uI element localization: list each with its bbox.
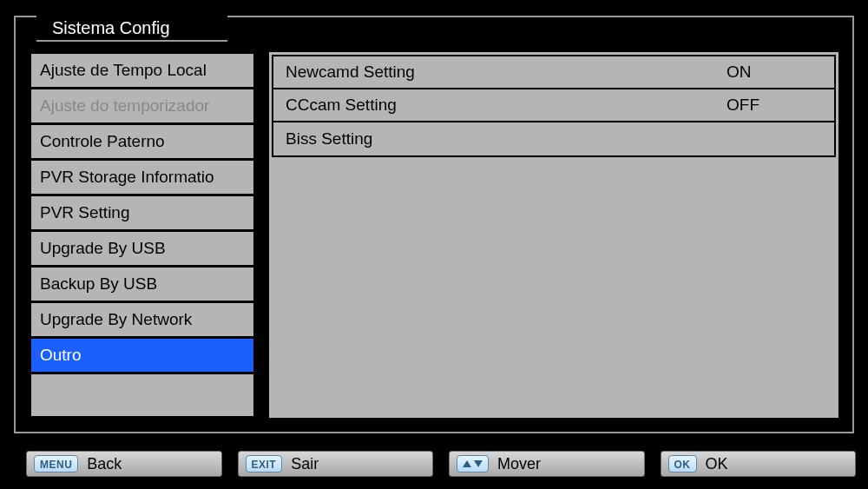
footer-move-button[interactable]: Mover [449,451,645,477]
footer-exit-button[interactable]: EXIT Sair [238,451,434,477]
sidebar-item-label: Backup By USB [40,274,157,294]
sidebar-item-label: Upgrade By USB [40,239,166,258]
sidebar-item-local-time[interactable]: Ajuste de Tempo Local [31,54,253,89]
sidebar-item-label: PVR Storage Informatio [40,168,214,187]
config-window: Sistema Config Ajuste de Tempo Local Aju… [14,16,854,433]
footer-bar: MENU Back EXIT Sair Mover OK OK [26,451,856,479]
sidebar-menu: Ajuste de Tempo Local Ajuste do temporiz… [30,52,255,418]
footer-exit-label: Sair [291,455,319,473]
settings-list: Newcamd Setting ON CCcam Setting OFF Bis… [272,55,836,157]
content-area: Ajuste de Tempo Local Ajuste do temporiz… [30,52,838,418]
setting-row-cccam[interactable]: CCcam Setting OFF [273,89,834,122]
sidebar-item-label: Controle Paterno [40,132,165,151]
sidebar-item-label: Ajuste do temporizador [40,96,209,116]
footer-back-label: Back [87,455,122,473]
sidebar-fill [31,374,253,416]
sidebar-item-timer: Ajuste do temporizador [31,89,253,125]
sidebar-item-pvr-setting[interactable]: PVR Setting [31,196,253,232]
footer-back-button[interactable]: MENU Back [26,451,222,477]
title-underline [36,40,227,42]
setting-value: OFF [727,96,822,115]
sidebar-item-pvr-storage[interactable]: PVR Storage Informatio [31,161,253,196]
window-title: Sistema Config [52,18,170,37]
footer-ok-label: OK [706,455,728,473]
sidebar-item-upgrade-usb[interactable]: Upgrade By USB [31,232,253,268]
exit-key-icon: EXIT [246,455,283,472]
settings-panel: Newcamd Setting ON CCcam Setting OFF Bis… [269,52,838,418]
sidebar-item-outro[interactable]: Outro [31,339,253,374]
menu-key-icon: MENU [34,455,78,472]
sidebar-item-backup-usb[interactable]: Backup By USB [31,268,253,303]
setting-label: Biss Setting [286,129,727,149]
footer-move-label: Mover [497,455,541,473]
sidebar-item-label: Upgrade By Network [40,310,192,329]
sidebar-item-label: Outro [40,346,82,365]
ok-key-icon: OK [668,455,697,472]
setting-label: CCcam Setting [286,96,727,115]
footer-ok-button[interactable]: OK OK [661,451,857,477]
setting-row-newcamd[interactable]: Newcamd Setting ON [273,56,834,89]
window-title-bar: Sistema Config [36,16,227,42]
setting-value: ON [727,63,822,82]
arrows-key-icon [457,455,489,472]
sidebar-item-label: PVR Setting [40,203,130,222]
setting-label: Newcamd Setting [286,63,727,82]
sidebar-item-label: Ajuste de Tempo Local [40,61,207,80]
setting-row-biss[interactable]: Biss Setting [273,122,834,155]
sidebar-item-parental[interactable]: Controle Paterno [31,125,253,161]
triangle-down-icon [474,460,483,467]
sidebar-item-upgrade-network[interactable]: Upgrade By Network [31,303,253,339]
triangle-up-icon [463,460,471,467]
